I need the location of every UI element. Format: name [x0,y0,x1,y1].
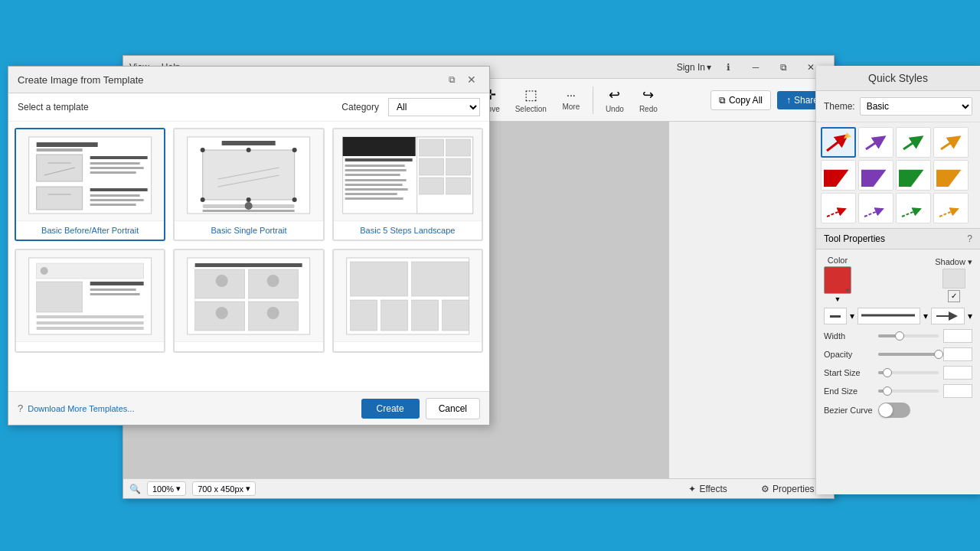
template-name-3 [16,342,164,351]
properties-tab[interactable]: ⚙ Properties [752,481,824,497]
style-item-10[interactable] [896,193,931,223]
toolbar-selection[interactable]: ⬚ Selection [509,83,553,116]
style-item-11[interactable] [933,193,969,223]
start-size-input[interactable]: 3 [943,366,972,380]
end-size-input[interactable]: 3 [943,384,972,398]
create-button[interactable]: Create [361,399,420,419]
svg-line-12 [939,209,958,217]
dialog-close-button[interactable]: ✕ [463,71,480,88]
copy-all-button[interactable]: ⧉ Copy All [710,90,771,110]
line-style-select[interactable] [858,308,920,324]
arrow-start-select[interactable] [824,308,847,324]
template-preview-1 [175,129,322,221]
style-item-2[interactable] [896,127,931,158]
svg-point-37 [201,197,205,202]
template-item-2[interactable]: Basic 5 Steps Landscape [332,128,483,241]
more-icon: ··· [567,89,576,101]
svg-rect-34 [203,150,295,200]
style-item-3[interactable] [933,127,969,158]
style-item-6[interactable] [896,160,931,191]
style-item-0[interactable] [821,127,856,158]
svg-rect-13 [830,315,841,318]
style-item-5[interactable] [858,160,893,191]
minimize-button[interactable]: ─ [745,59,766,76]
template-preview-2 [334,129,482,221]
color-swatch[interactable] [824,266,851,294]
style-item-1[interactable] [858,127,893,158]
svg-rect-88 [350,300,377,331]
tool-properties-content: Color ▼ Shadow ▾ ✓ ▾ [816,249,980,429]
end-size-row: End Size 3 [824,384,972,398]
svg-line-10 [864,209,883,217]
zoom-dropdown-icon: ▾ [176,484,181,494]
svg-point-40 [247,197,251,202]
toolbar-separator-2 [593,86,593,114]
footer-help-icon: ? [18,403,23,414]
dialog-content: Basic Before/After Portrait [8,122,489,397]
bezier-toggle[interactable] [878,403,910,418]
svg-rect-86 [350,262,407,296]
style-item-7[interactable] [933,160,969,191]
quick-styles-header: Quick Styles [816,66,980,91]
toolbar-redo[interactable]: ↪ Redo [633,83,664,116]
template-item-4[interactable] [173,249,324,353]
style-item-8[interactable] [821,193,856,223]
svg-point-44 [245,202,253,210]
svg-rect-22 [90,156,148,159]
canvas-size-button[interactable]: 700 x 450px ▾ [192,481,256,496]
tool-properties-help[interactable]: ? [967,233,972,244]
dialog-footer: ? Download More Templates... Create Canc… [8,391,489,425]
signin-button[interactable]: Sign In ▾ [677,62,711,73]
svg-rect-64 [345,197,403,200]
zoom-button[interactable]: 100% ▾ [147,481,186,496]
download-more-link[interactable]: Download More Templates... [28,404,134,413]
bezier-row: Bezier Curve [824,403,972,418]
opacity-slider[interactable] [878,353,939,356]
svg-rect-71 [90,289,136,291]
category-select[interactable]: All Basic Advanced [388,98,480,116]
right-panel: Quick Styles Theme: Basic Modern Classic [815,66,980,494]
svg-rect-52 [419,158,443,175]
svg-line-6 [864,171,883,181]
svg-rect-53 [446,158,470,175]
svg-point-82 [216,307,228,319]
width-input[interactable]: 10 [943,329,972,343]
template-item-0[interactable]: Basic Before/After Portrait [15,128,165,241]
signin-area: Sign In ▾ ℹ ─ ⧉ ✕ [677,59,822,76]
style-item-9[interactable] [858,193,893,223]
svg-point-67 [41,267,48,275]
start-size-slider[interactable] [878,371,939,374]
svg-rect-76 [195,263,302,267]
share-icon: ↑ [786,95,791,106]
dialog-restore-button[interactable]: ⧉ [443,71,460,88]
dialog-title-bar: Create Image from Template ⧉ ✕ [8,67,489,93]
width-slider[interactable] [878,334,939,337]
svg-rect-29 [90,194,140,197]
template-item-3[interactable] [15,249,165,353]
selection-icon: ⬚ [524,86,537,103]
arrow-end-select[interactable] [931,308,965,324]
shadow-checkbox[interactable]: ✓ [948,290,960,302]
toolbar-undo[interactable]: ↩ Undo [599,83,630,116]
svg-line-7 [902,171,920,181]
svg-point-39 [247,148,251,152]
template-preview-5 [334,250,482,342]
svg-rect-91 [442,300,469,331]
cancel-button[interactable]: Cancel [426,398,480,419]
restore-button[interactable]: ⧉ [773,59,794,76]
template-item-5[interactable] [332,249,483,353]
svg-rect-60 [345,179,406,181]
theme-select[interactable]: Basic Modern Classic [860,97,972,116]
svg-rect-23 [90,162,140,165]
dialog-title: Create Image from Template [18,74,144,86]
effects-tab[interactable]: ✦ Effects [679,481,736,497]
svg-rect-72 [90,293,140,295]
canvas-size-dropdown-icon: ▾ [246,484,250,494]
end-size-slider[interactable] [878,390,939,393]
opacity-input[interactable]: 100 [943,347,972,361]
template-preview-0 [16,129,164,221]
toolbar-more[interactable]: ··· More [556,86,586,114]
info-button[interactable]: ℹ [717,59,739,76]
template-item-1[interactable]: Basic Single Portrait [173,128,324,241]
style-item-4[interactable] [821,160,856,191]
